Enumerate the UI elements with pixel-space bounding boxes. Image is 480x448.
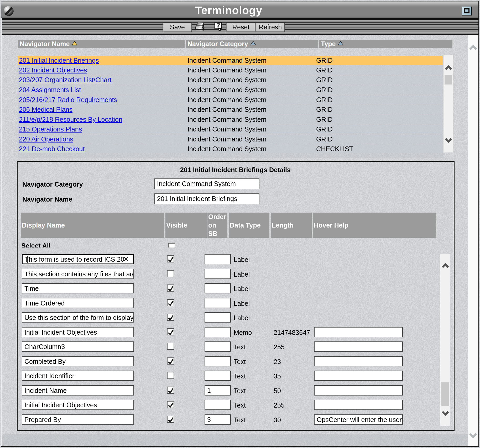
svg-text:?: ?	[216, 22, 220, 29]
